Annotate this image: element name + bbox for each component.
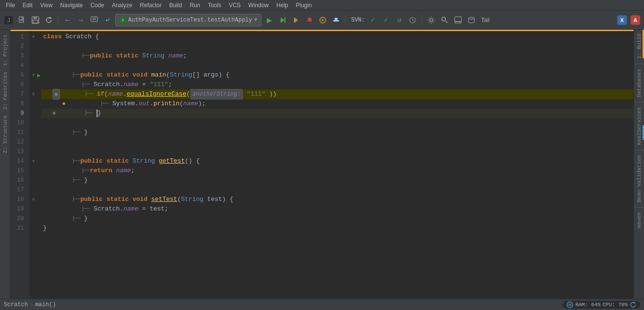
code-line-13	[41, 147, 633, 156]
database-btn[interactable]	[466, 14, 477, 26]
sep1	[58, 15, 58, 25]
status-right: RAM: 64% CPU: 70%	[563, 301, 640, 309]
breadcrumb-sep: ›	[30, 301, 33, 308]
build-btn[interactable]	[317, 14, 328, 26]
bp-4	[37, 61, 41, 70]
debug-btn[interactable]	[290, 14, 302, 26]
fold-1[interactable]: ▼	[30, 32, 37, 42]
fold-gutter: ▼ ▼ ▼ ▼ ▼	[30, 31, 37, 299]
undo-btn[interactable]: ↩	[102, 14, 113, 26]
bp-11	[37, 128, 41, 137]
right-tab-keelservices[interactable]: KeelServices	[635, 103, 644, 149]
fold-7[interactable]: ▼	[30, 89, 37, 99]
ln-20: 20	[11, 214, 28, 223]
fold-5[interactable]: ▼	[30, 70, 37, 80]
code-line-11: ├── }	[41, 128, 633, 137]
menu-run[interactable]: Run	[186, 1, 204, 10]
file-view-btn[interactable]	[88, 14, 100, 26]
menu-navigate[interactable]: Navigate	[56, 1, 87, 10]
settings-btn[interactable]	[426, 14, 437, 26]
menu-file[interactable]: File	[2, 1, 19, 10]
hammer-btn[interactable]	[330, 14, 342, 26]
back-btn[interactable]: ←	[62, 14, 73, 26]
ram-cpu-info[interactable]: RAM: 64% CPU: 70%	[563, 301, 640, 309]
yellow-dot-indicator: ●	[62, 99, 65, 109]
bp-9	[37, 109, 41, 118]
ln-11: 11	[11, 128, 28, 137]
fold-16	[30, 176, 37, 185]
menu-edit[interactable]: Edit	[19, 1, 36, 10]
menu-build[interactable]: Build	[165, 1, 186, 10]
svg-line-23	[413, 20, 414, 21]
svn-update-btn[interactable]: ↺	[393, 14, 405, 26]
right-tab-databases[interactable]: Databases	[635, 65, 644, 101]
ln-9: 9	[11, 109, 28, 118]
menu-help[interactable]: Help	[273, 1, 292, 10]
menu-code[interactable]: Code	[87, 1, 108, 10]
remote-btn[interactable]	[452, 14, 464, 26]
bp-6	[37, 80, 41, 89]
svn-area: SVN: ✓ ✓ ↺	[351, 14, 418, 26]
code-line-21: }	[41, 223, 633, 233]
menu-window[interactable]: Window	[244, 1, 273, 10]
status-bar: Scratch › main() RAM: 64% CPU: 70%	[0, 299, 644, 310]
code-line-14: ├── public static String getTest () {	[41, 156, 633, 166]
save-btn[interactable]	[30, 14, 41, 26]
code-line-2	[41, 42, 633, 51]
svg-marker-14	[281, 17, 284, 23]
bp-7	[37, 89, 41, 99]
svg-marker-16	[294, 17, 298, 23]
ln-3: 3	[11, 51, 28, 61]
sidebar-tab-structure[interactable]: Z: Structure	[1, 112, 10, 156]
svg-point-24	[430, 19, 433, 22]
menu-bar: File Edit View Navigate Code Analyze Ref…	[0, 0, 644, 11]
sidebar-tab-favorites[interactable]: 2: Favorites	[1, 69, 10, 112]
ln-12: 12	[11, 137, 28, 147]
breadcrumb-class: Scratch	[4, 301, 28, 308]
refresh-btn[interactable]	[43, 14, 55, 26]
run-config-selector[interactable]: AuthPayAuthServiceTest.testAuthApply ▼	[115, 14, 262, 26]
run-btn[interactable]: ▶	[263, 14, 275, 26]
menu-plugin[interactable]: Plugin	[292, 1, 316, 10]
menu-analyze[interactable]: Analyze	[108, 1, 136, 10]
svn-commit-btn[interactable]: ✓	[380, 14, 392, 26]
svn-history-btn[interactable]	[407, 14, 418, 26]
code-line-17	[41, 185, 633, 195]
ln-6: 6	[11, 80, 28, 89]
fold-18[interactable]: ▼	[30, 195, 37, 204]
coverage-btn[interactable]	[277, 14, 288, 26]
right-tab-beanvalidation[interactable]: Bean Validation	[635, 151, 644, 206]
tail-label[interactable]: Tail	[479, 17, 491, 23]
svg-point-36	[568, 303, 571, 306]
right-divider-3	[635, 150, 644, 150]
menu-tools[interactable]: Tools	[204, 1, 225, 10]
xcode-btn[interactable]: X	[616, 14, 628, 26]
code-content[interactable]: class Scratch { ├── public static String	[41, 31, 633, 299]
svn-check-btn[interactable]: ✓	[367, 14, 378, 26]
menu-view[interactable]: View	[36, 1, 56, 10]
right-tab-maven[interactable]: maven	[635, 209, 644, 232]
breadcrumb-method: main()	[35, 301, 56, 308]
fold-21	[30, 223, 37, 233]
menu-vcs[interactable]: VCS	[225, 1, 245, 10]
code-line-18: ├── public static void setTest ( String …	[41, 195, 633, 204]
search-btn[interactable]	[439, 14, 450, 26]
new-file-btn[interactable]	[16, 14, 28, 26]
svg-point-30	[469, 17, 474, 19]
right-tab-build[interactable]: 1: Build	[635, 30, 644, 63]
fold-6	[30, 80, 37, 89]
run-config-arrow: ▼	[254, 17, 257, 23]
fold-14[interactable]: ▼	[30, 156, 37, 166]
bp-19	[37, 204, 41, 214]
svg-text:X: X	[620, 17, 624, 23]
editor-area: 1 2 3 4 5 6 7 8 9 10 11 12 13 14 15 16 1…	[11, 30, 633, 299]
breakpoint-indicator[interactable]: ◉	[53, 89, 60, 100]
class-scratch: Scratch	[65, 32, 92, 42]
forward-btn[interactable]: →	[75, 14, 87, 26]
right-divider-4	[635, 207, 644, 208]
bp-17	[37, 185, 41, 195]
extra-btn[interactable]: A	[630, 14, 641, 26]
menu-refactor[interactable]: Refactor	[136, 1, 165, 10]
stop-btn[interactable]: ■	[304, 14, 315, 26]
sidebar-tab-project[interactable]: 1: Project	[1, 32, 10, 69]
